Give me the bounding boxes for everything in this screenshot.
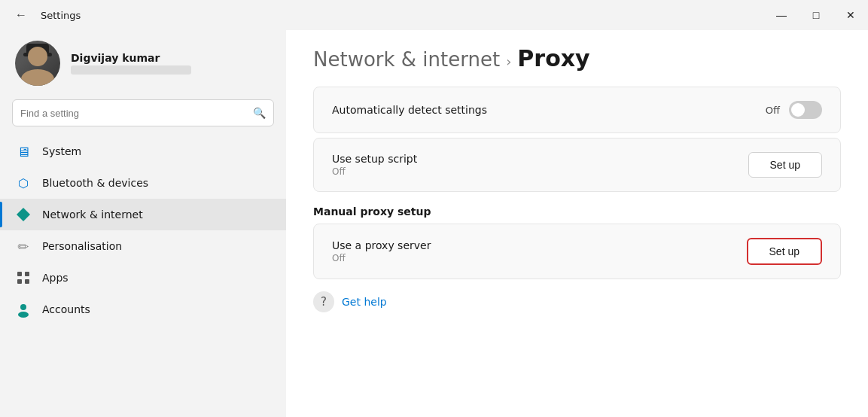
get-help-label: Get help: [342, 296, 387, 308]
user-section: Digvijay kumar: [0, 30, 286, 99]
proxy-server-card: Use a proxy server Off Set up: [313, 224, 841, 279]
svg-marker-0: [17, 208, 30, 221]
search-input[interactable]: [20, 108, 247, 119]
app-title: Settings: [41, 10, 81, 21]
svg-rect-2: [25, 272, 29, 276]
back-button[interactable]: ←: [9, 3, 33, 27]
auto-detect-label: Automatically detect settings: [332, 104, 487, 116]
accounts-icon: [15, 301, 32, 318]
window-controls: — □ ✕: [764, 0, 868, 30]
minimize-button[interactable]: —: [764, 0, 799, 30]
sidebar-item-label: Personalisation: [42, 240, 122, 252]
svg-rect-4: [25, 279, 29, 284]
auto-detect-right: Off: [766, 101, 822, 119]
breadcrumb-chevron: ›: [506, 53, 511, 69]
svg-rect-3: [17, 279, 22, 284]
network-icon: [15, 206, 32, 223]
sidebar-item-system[interactable]: 🖥 System: [0, 135, 286, 167]
auto-detect-label-container: Automatically detect settings: [332, 104, 487, 116]
maximize-button[interactable]: □: [799, 0, 833, 30]
breadcrumb-link[interactable]: Network & internet: [313, 48, 500, 71]
content-inner: Automatically detect settings Off Use se…: [286, 87, 868, 335]
sidebar-item-label: System: [42, 145, 81, 157]
bluetooth-icon: ⬡: [15, 175, 32, 191]
setup-script-button[interactable]: Set up: [748, 152, 822, 178]
proxy-server-sublabel: Off: [332, 253, 431, 263]
close-button[interactable]: ✕: [833, 0, 868, 30]
proxy-server-label: Use a proxy server: [332, 239, 431, 251]
avatar-body: [21, 69, 54, 86]
setup-script-sublabel: Off: [332, 166, 417, 177]
content-area: Network & internet › Proxy Automatically…: [286, 30, 868, 417]
sidebar-item-bluetooth[interactable]: ⬡ Bluetooth & devices: [0, 167, 286, 199]
sidebar-item-label: Bluetooth & devices: [42, 177, 148, 189]
sidebar-item-accounts[interactable]: Accounts: [0, 294, 286, 325]
manual-proxy-heading: Manual proxy setup: [313, 205, 841, 218]
auto-detect-card: Automatically detect settings Off: [313, 87, 841, 133]
sidebar-item-label: Apps: [42, 272, 69, 284]
svg-point-6: [18, 312, 29, 318]
system-icon: 🖥: [15, 143, 32, 160]
titlebar-left: ← Settings: [9, 3, 81, 27]
setup-script-label: Use setup script: [332, 153, 417, 165]
sidebar-item-label: Accounts: [42, 303, 90, 315]
svg-point-5: [20, 304, 26, 310]
page-header: Network & internet › Proxy: [286, 30, 868, 87]
user-email: [71, 65, 191, 75]
auto-detect-toggle-label: Off: [766, 105, 780, 116]
apps-icon: [15, 269, 32, 286]
proxy-server-setup-button[interactable]: Set up: [747, 238, 822, 265]
search-box[interactable]: 🔍: [12, 99, 274, 126]
user-info: Digvijay kumar: [71, 52, 191, 75]
back-icon: ←: [15, 8, 27, 22]
avatar-head: [28, 47, 47, 66]
page-title: Proxy: [517, 45, 589, 72]
proxy-server-label-container: Use a proxy server Off: [332, 239, 431, 263]
user-name: Digvijay kumar: [71, 52, 191, 64]
personalisation-icon: ✏️: [15, 238, 32, 254]
sidebar-item-apps[interactable]: Apps: [0, 262, 286, 294]
sidebar-item-personalisation[interactable]: ✏️ Personalisation: [0, 230, 286, 262]
svg-rect-1: [17, 272, 22, 276]
auto-detect-toggle[interactable]: [789, 101, 822, 119]
sidebar: Digvijay kumar 🔍 🖥 System ⬡ Bluetooth & …: [0, 30, 286, 417]
help-icon-symbol: ?: [321, 295, 327, 309]
sidebar-item-network[interactable]: Network & internet: [0, 199, 286, 230]
app-body: Digvijay kumar 🔍 🖥 System ⬡ Bluetooth & …: [0, 30, 868, 417]
titlebar: ← Settings — □ ✕: [0, 0, 868, 30]
help-icon: ?: [313, 291, 334, 312]
setup-script-card: Use setup script Off Set up: [313, 138, 841, 192]
get-help-link[interactable]: ? Get help: [313, 284, 841, 320]
sidebar-item-label: Network & internet: [42, 208, 143, 221]
setup-script-label-container: Use setup script Off: [332, 153, 417, 177]
avatar: [15, 41, 60, 86]
search-icon: 🔍: [253, 107, 266, 119]
